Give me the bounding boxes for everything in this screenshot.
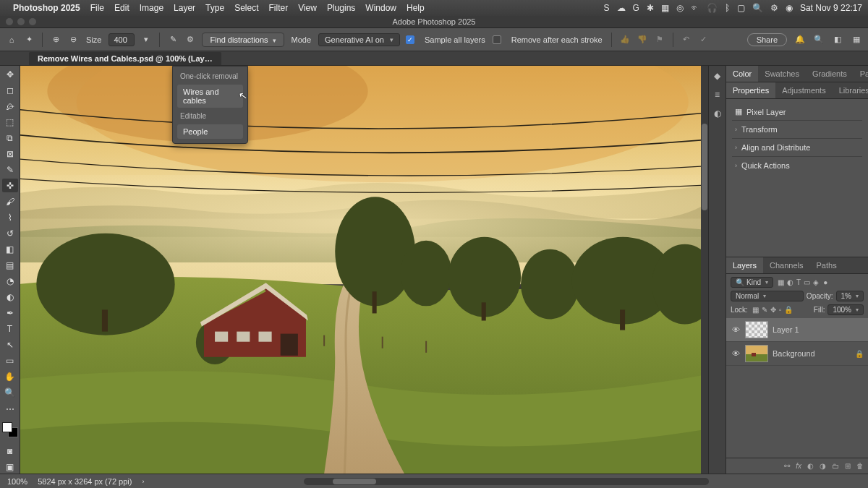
layer-mask-icon[interactable]: ◐ — [807, 462, 814, 470]
headphones-icon[interactable]: 🎧 — [707, 3, 718, 13]
blend-mode-select[interactable]: Normal▾ — [731, 291, 804, 301]
mode-select[interactable]: Generative AI on▾ — [318, 33, 400, 46]
selection-tool[interactable]: ⬚ — [2, 115, 18, 129]
type-tool[interactable]: T — [2, 322, 18, 336]
delete-layer-icon[interactable]: 🗑 — [856, 462, 864, 470]
size-dropdown-icon[interactable]: ▾ — [140, 34, 152, 46]
horizontal-scrollbar[interactable] — [304, 478, 709, 485]
menu-type[interactable]: Type — [205, 3, 224, 13]
edit-toolbar[interactable]: ⋯ — [2, 402, 18, 416]
document-tab[interactable]: Remove Wires and Cables.psd @ 100% (Lay… — [29, 52, 221, 65]
zoom-level[interactable]: 100% — [7, 477, 27, 486]
group-icon[interactable]: 🗀 — [832, 462, 839, 470]
crop-tool[interactable]: ⧉ — [2, 131, 18, 145]
hand-tool[interactable]: ✋ — [2, 370, 18, 384]
layer-thumbnail[interactable] — [745, 345, 768, 362]
color-swatches[interactable] — [2, 422, 18, 437]
move-tool[interactable]: ✥ — [2, 67, 18, 81]
brush-size-field[interactable]: 400 — [109, 33, 135, 46]
lock-icons[interactable]: ▦✎✥▫🔒 — [751, 306, 795, 314]
section-quick-actions[interactable]: ›Quick Actions — [732, 156, 862, 174]
layer-name[interactable]: Layer 1 — [773, 325, 864, 334]
blur-tool[interactable]: ◔ — [2, 275, 18, 288]
frame-tool[interactable]: ⊠ — [2, 147, 18, 160]
menu-edit[interactable]: Edit — [114, 3, 129, 13]
quick-mask[interactable]: ◙ — [2, 444, 18, 458]
undo-icon[interactable]: ↶ — [681, 34, 692, 46]
tab-layers[interactable]: Layers — [726, 257, 763, 273]
menu-window[interactable]: Window — [365, 3, 396, 13]
commit-icon[interactable]: ✓ — [698, 34, 710, 46]
stamp-tool[interactable]: ⌇ — [2, 210, 18, 224]
tab-adjustments[interactable]: Adjustments — [775, 82, 833, 98]
canvas-area[interactable]: One-click removal Wires and cables Edita… — [20, 66, 708, 474]
bell-icon[interactable]: 🔔 — [794, 34, 806, 46]
search-icon[interactable]: 🔍 — [813, 34, 825, 46]
screen-mode[interactable]: ▣ — [2, 460, 18, 474]
opacity-field[interactable]: 1%▾ — [836, 291, 864, 301]
layer-filter-kind[interactable]: 🔍Kind▾ — [731, 277, 773, 288]
tab-properties[interactable]: Properties — [726, 82, 775, 98]
brush-tool[interactable]: 🖌 — [2, 194, 18, 208]
visibility-icon[interactable]: 👁 — [731, 325, 741, 334]
find-distractions-button[interactable]: Find distractions — [202, 33, 284, 47]
gradient-tool[interactable]: ▤ — [2, 259, 18, 273]
section-transform[interactable]: ›Transform — [732, 120, 862, 138]
status-icon[interactable]: ✱ — [647, 3, 654, 13]
info-chevron-icon[interactable]: › — [142, 478, 144, 485]
gear-icon[interactable]: ⚙ — [184, 34, 196, 46]
tab-paths[interactable]: Paths — [810, 257, 843, 273]
shape-tool[interactable]: ▭ — [2, 354, 18, 368]
sample-all-layers-checkbox[interactable]: ✓ — [406, 35, 414, 44]
zoom-tool[interactable]: 🔍 — [2, 386, 18, 400]
section-align[interactable]: ›Align and Distribute — [732, 138, 862, 156]
brush-settings-icon[interactable]: ✎ — [167, 34, 179, 46]
document-dimensions[interactable]: 5824 px x 3264 px (72 ppi) — [38, 477, 132, 486]
window-controls[interactable] — [6, 18, 36, 25]
dodge-tool[interactable]: ◐ — [2, 291, 18, 304]
menu-image[interactable]: Image — [140, 3, 163, 13]
lasso-tool[interactable]: ⌮ — [2, 99, 18, 113]
status-icon[interactable]: G — [633, 3, 639, 13]
thumbs-up-icon[interactable]: 👍 — [619, 34, 631, 46]
tab-libraries[interactable]: Libraries — [833, 82, 868, 98]
wifi-icon[interactable]: ᯤ — [691, 3, 699, 13]
dock-icon[interactable]: ◐ — [712, 108, 723, 119]
share-button[interactable]: Share — [747, 33, 787, 46]
menu-filter[interactable]: Filter — [268, 3, 288, 13]
visibility-icon[interactable]: 👁 — [731, 349, 741, 358]
status-icon[interactable]: ◎ — [676, 3, 684, 13]
arrange-icon[interactable]: ▦ — [851, 34, 862, 46]
menu-plugins[interactable]: Plugins — [327, 3, 355, 13]
pen-tool[interactable]: ✒ — [2, 307, 18, 320]
layer-style-icon[interactable]: fx — [796, 462, 801, 470]
layer-thumbnail[interactable] — [745, 321, 768, 338]
menu-layer[interactable]: Layer — [174, 3, 195, 13]
marquee-tool[interactable]: ◻ — [2, 83, 18, 97]
layer-name[interactable]: Background — [773, 349, 851, 358]
home-icon[interactable]: ⌂ — [6, 34, 17, 46]
display-icon[interactable]: ▢ — [737, 3, 745, 13]
siri-icon[interactable]: ◉ — [786, 3, 793, 13]
status-icon[interactable]: ▦ — [661, 3, 669, 13]
menu-option-people[interactable]: People — [177, 124, 243, 139]
adjustment-layer-icon[interactable]: ◑ — [820, 462, 826, 470]
tab-color[interactable]: Color — [726, 66, 758, 82]
menu-select[interactable]: Select — [234, 3, 258, 13]
menu-view[interactable]: View — [298, 3, 317, 13]
tool-preset-icon[interactable]: ✦ — [23, 34, 35, 46]
fill-field[interactable]: 100%▾ — [827, 304, 864, 315]
menu-option-wires[interactable]: Wires and cables — [177, 85, 243, 108]
brush-mode-icon[interactable]: ⊖ — [67, 34, 79, 46]
layer-filter-icons[interactable]: ▦◐T▭◈● — [776, 278, 829, 286]
path-tool[interactable]: ↖ — [2, 338, 18, 352]
lock-icon[interactable]: 🔒 — [855, 350, 864, 358]
layer-row[interactable]: 👁 Background 🔒 — [726, 342, 868, 366]
link-layers-icon[interactable]: ⚯ — [784, 462, 790, 470]
workspace-icon[interactable]: ◧ — [832, 34, 843, 46]
thumbs-down-icon[interactable]: 👎 — [637, 34, 648, 46]
control-center-icon[interactable]: ⚙ — [770, 3, 778, 13]
tab-patterns[interactable]: Patterns — [854, 66, 868, 82]
bluetooth-icon[interactable]: ᛒ — [725, 3, 730, 13]
dock-icon[interactable]: ≡ — [712, 89, 723, 100]
